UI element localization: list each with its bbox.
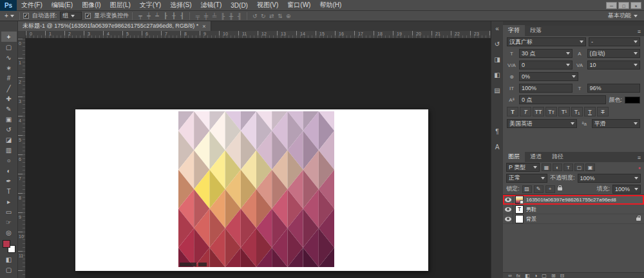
menu-item-1[interactable]: 编辑(E) xyxy=(47,0,77,10)
filter-toggle-icon[interactable]: ● xyxy=(638,165,641,170)
visibility-eye-icon[interactable] xyxy=(505,198,511,202)
distribute-vcenter-icon[interactable]: ╪ xyxy=(202,13,210,19)
styles-panel-icon[interactable]: ▤ xyxy=(492,85,503,96)
new-group-icon[interactable]: ▢ xyxy=(542,273,547,277)
all-caps-button[interactable]: TT xyxy=(533,107,544,116)
lock-position-icon[interactable]: + xyxy=(545,185,555,193)
tab-paths[interactable]: 路径 xyxy=(547,151,569,162)
layer-style-icon[interactable]: fx xyxy=(516,273,520,277)
distribute-hcenter-icon[interactable]: ╫ xyxy=(227,13,235,19)
lock-transparency-icon[interactable]: ▨ xyxy=(522,185,532,193)
baseline-shift-field[interactable]: 0 点 xyxy=(519,95,606,104)
layer-row-1[interactable]: T男鞋 xyxy=(503,205,644,214)
adjustments-panel-icon[interactable]: ◧ xyxy=(492,70,503,80)
font-family-select[interactable]: 汉真广标 xyxy=(507,37,586,46)
superscript-button[interactable]: T¹ xyxy=(558,107,570,116)
pen-tool[interactable]: ✒ xyxy=(1,176,17,186)
distribute-left-icon[interactable]: ╟ xyxy=(218,13,227,19)
layer-thumbnail[interactable]: T xyxy=(515,205,524,214)
brush-tool[interactable]: ✎ xyxy=(1,104,17,114)
document-tab[interactable]: 未标题-1 @ 175%(163501fa06397e986261755c27a… xyxy=(18,21,211,31)
layer-row-2[interactable]: 背景 xyxy=(503,214,644,224)
diamond-pattern-image[interactable] xyxy=(178,111,334,267)
visibility-eye-icon[interactable] xyxy=(505,207,511,212)
filter-smart-objects-icon[interactable]: ▣ xyxy=(585,163,595,171)
text-color-swatch[interactable] xyxy=(625,97,640,104)
show-transform-checkbox[interactable]: ✓ xyxy=(85,13,91,19)
link-layers-icon[interactable]: ∞ xyxy=(508,273,512,277)
lock-pixels-icon[interactable]: ✎ xyxy=(534,185,544,193)
hand-tool[interactable]: ☞ xyxy=(1,217,17,227)
eraser-tool[interactable]: ◪ xyxy=(1,134,17,145)
menu-item-7[interactable]: 3D(D) xyxy=(226,0,252,10)
font-size-select[interactable]: 30 点 xyxy=(519,49,573,58)
maximize-button[interactable]: □ xyxy=(618,2,629,9)
delete-layer-icon[interactable]: ⊟ xyxy=(560,273,565,277)
glyphs-panel-icon[interactable]: A xyxy=(492,142,503,153)
underline-button[interactable]: T xyxy=(584,107,596,116)
new-adjustment-layer-icon[interactable]: ◑ xyxy=(535,273,538,277)
3d-drag-icon[interactable]: ⇄ xyxy=(267,13,276,19)
align-bottom-edges-icon[interactable]: ┷ xyxy=(153,13,161,19)
clone-stamp-tool[interactable]: ▣ xyxy=(1,114,17,124)
distribute-top-icon[interactable]: ╤ xyxy=(193,13,202,19)
ruler-horizontal[interactable]: 01234567891011121314151617181920212223 xyxy=(26,31,491,39)
auto-select-scope-dropdown[interactable]: 组 xyxy=(60,12,82,20)
small-caps-button[interactable]: Tт xyxy=(545,107,557,116)
leading-select[interactable]: (自动) xyxy=(587,49,641,58)
kerning-select[interactable]: 0 xyxy=(519,60,573,70)
font-style-select[interactable]: - xyxy=(589,37,640,46)
new-layer-icon[interactable]: ⊞ xyxy=(551,273,556,277)
close-button[interactable]: × xyxy=(630,2,641,9)
faux-bold-button[interactable]: T xyxy=(507,107,518,116)
shape-tool[interactable]: ▭ xyxy=(1,207,17,217)
blur-tool[interactable]: ○ xyxy=(1,155,17,165)
properties-panel-icon[interactable]: ◨ xyxy=(492,54,503,65)
tab-paragraph[interactable]: 段落 xyxy=(525,25,547,36)
close-tab-icon[interactable]: × xyxy=(202,23,205,30)
lock-all-icon[interactable] xyxy=(558,187,562,190)
fill-dropdown[interactable]: 100% xyxy=(612,185,641,194)
quick-mask-icon[interactable]: ◧ xyxy=(1,254,17,264)
menu-item-2[interactable]: 图像(I) xyxy=(77,0,105,10)
move-tool[interactable]: + xyxy=(1,32,17,42)
gradient-tool[interactable]: ▥ xyxy=(1,145,17,155)
distribute-right-icon[interactable]: ╢ xyxy=(235,13,243,19)
add-layer-mask-icon[interactable]: ◧ xyxy=(525,273,530,277)
strikethrough-button[interactable]: T xyxy=(597,107,609,116)
align-top-edges-icon[interactable]: ┯ xyxy=(136,13,144,19)
visibility-eye-icon[interactable] xyxy=(505,217,511,221)
crop-tool[interactable]: # xyxy=(1,73,17,83)
layer-filter-kind-dropdown[interactable]: P 类型 xyxy=(506,163,540,172)
tab-layers[interactable]: 图层 xyxy=(503,151,525,162)
subscript-button[interactable]: T₁ xyxy=(571,107,583,116)
align-horizontal-centers-icon[interactable]: ╂ xyxy=(169,13,178,19)
filter-pixel-layers-icon[interactable]: ▦ xyxy=(542,163,551,171)
workspace-switcher[interactable]: 基本功能 xyxy=(608,12,641,20)
3d-rotate-icon[interactable]: ↺ xyxy=(251,13,259,19)
tab-character[interactable]: 字符 xyxy=(503,25,525,36)
quick-selection-tool[interactable]: ∗ xyxy=(1,62,17,73)
eyedropper-tool[interactable]: ╱ xyxy=(1,83,17,93)
foreground-color-swatch[interactable] xyxy=(3,240,10,248)
ruler-vertical[interactable]: 01234567891011 xyxy=(18,39,26,278)
layer-thumbnail[interactable] xyxy=(515,215,524,223)
blend-mode-dropdown[interactable]: 正常 xyxy=(506,174,547,183)
faux-italic-button[interactable]: T xyxy=(520,107,531,116)
marquee-tool[interactable]: ▢ xyxy=(1,42,17,52)
history-brush-tool[interactable]: ↺ xyxy=(1,124,17,134)
menu-item-0[interactable]: 文件(F) xyxy=(17,0,47,10)
filter-type-layers-icon[interactable]: T xyxy=(564,163,573,171)
menu-item-10[interactable]: 帮助(H) xyxy=(315,0,346,10)
opacity-dropdown[interactable]: 100% xyxy=(578,174,641,183)
menu-item-3[interactable]: 图层(L) xyxy=(106,0,135,10)
distribute-bottom-icon[interactable]: ╧ xyxy=(210,13,218,19)
menu-item-6[interactable]: 滤镜(T) xyxy=(196,0,227,10)
anti-alias-select[interactable]: 平滑 xyxy=(592,119,640,128)
filter-adjustment-layers-icon[interactable]: ◐ xyxy=(553,163,562,171)
proportional-spacing-select[interactable]: 0% xyxy=(519,72,578,81)
align-left-edges-icon[interactable]: ┠ xyxy=(161,13,169,19)
history-panel-icon[interactable]: ↺ xyxy=(492,39,503,50)
menu-item-4[interactable]: 文字(Y) xyxy=(135,0,166,10)
horizontal-scale-field[interactable]: 96% xyxy=(587,84,641,93)
